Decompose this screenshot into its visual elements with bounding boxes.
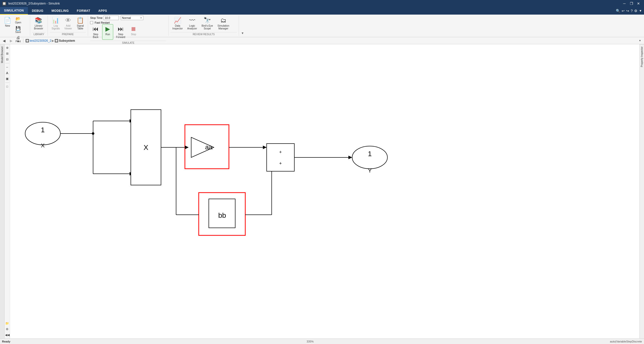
library-icon: 📚 xyxy=(35,17,42,24)
signal-table-icon: 📋 xyxy=(76,17,84,24)
title-controls: ─ ❐ ✕ xyxy=(621,1,642,6)
step-forward-button[interactable]: ⏭ Step Forward xyxy=(114,24,127,40)
sum-plus2: + xyxy=(279,161,282,166)
minimize-button[interactable]: ─ xyxy=(621,1,628,6)
property-inspector-tab[interactable]: Property Inspector xyxy=(640,44,644,69)
open-button[interactable]: 📂 Open xyxy=(14,16,23,25)
fast-restart-checkbox[interactable] xyxy=(90,21,93,24)
model-browser-tab[interactable]: Model Browser xyxy=(0,44,4,65)
ribbon-file-section: 📄 New 📂 Open 💾 Save 🖨 Print FILE xyxy=(0,16,30,36)
left-toolbar: ⊕ ⊞ ⊟ ↔ A ▣ □ 📁 ⚙ ◀◀ xyxy=(5,44,10,338)
ribbon-help-icon[interactable]: ? xyxy=(631,9,633,13)
pan-button[interactable]: ↔ xyxy=(5,65,10,70)
statusbar: Ready 335% auto(VariableStepDiscrete xyxy=(0,338,644,344)
signal-table-button[interactable]: 📋 Signal Table xyxy=(75,16,86,31)
solver-text: auto(VariableStepDiscrete xyxy=(610,340,642,343)
sum-block[interactable] xyxy=(267,144,294,171)
arrow-to-sum-top xyxy=(263,146,267,149)
ribbon: 📄 New 📂 Open 💾 Save 🖨 Print FILE xyxy=(0,15,644,37)
text-button[interactable]: A xyxy=(5,70,10,75)
breadcrumb-model[interactable]: test20230926_2 xyxy=(30,39,51,42)
review-section-label: REVIEW RESULTS xyxy=(171,32,237,36)
save-icon: 💾 xyxy=(16,26,21,31)
title-text: test20230926_2/Subsystem - Simulink xyxy=(8,2,621,5)
menu-apps[interactable]: APPS xyxy=(94,7,111,15)
breadcrumb-sep1: ▶ xyxy=(52,39,54,42)
restore-button[interactable]: ❐ xyxy=(628,1,635,6)
sum-plus1: + xyxy=(279,150,282,155)
ribbon-review-section: 📈 Data Inspector 〰 Logic Analyzer 🔭 Bird… xyxy=(169,16,239,36)
logic-analyzer-icon: 〰 xyxy=(189,17,195,24)
aa-block-label: aa xyxy=(205,143,213,151)
bottom-btn2[interactable]: ⚙ xyxy=(5,327,10,332)
stop-time-label: Stop Time xyxy=(90,16,103,19)
run-icon: ▶ xyxy=(105,25,110,32)
ribbon-expand-icon[interactable]: ▼ xyxy=(239,31,246,35)
ribbon-redo-icon[interactable]: ↪ xyxy=(626,9,629,13)
up-button[interactable]: ▲ xyxy=(15,38,21,44)
simulink-canvas[interactable]: 1 X X aa xyxy=(10,44,639,338)
ribbon-undo-icon[interactable]: ↩ xyxy=(622,9,625,13)
normal-select[interactable]: Normal ▼ xyxy=(121,16,143,20)
arrow-to-y xyxy=(348,156,352,159)
window-icon: 🔲 xyxy=(2,2,6,6)
sim-manager-button[interactable]: 🗂 Simulation Manager xyxy=(216,16,231,31)
collapse-btn[interactable]: ◀◀ xyxy=(5,332,10,337)
zoom-in-button[interactable]: ⊞ xyxy=(5,51,10,56)
ribbon-settings-icon[interactable]: ⚙ xyxy=(634,9,637,13)
addressbar-expand-icon[interactable]: ▼ xyxy=(637,38,643,44)
y-sink-label: Y xyxy=(368,167,372,174)
status-text: Ready xyxy=(2,340,10,343)
x-source-label: X xyxy=(41,142,45,149)
toolbar-sep1 xyxy=(5,63,9,63)
menubar: SIMULATION DEBUG MODELING FORMAT APPS 🔍 … xyxy=(0,7,644,15)
zoom-level: 335% xyxy=(307,340,314,343)
menu-format[interactable]: FORMAT xyxy=(73,7,94,15)
save-button[interactable]: 💾 Save xyxy=(14,25,23,34)
titlebar: 🔲 test20230926_2/Subsystem - Simulink ─ … xyxy=(0,0,644,7)
right-sidebar: Property Inspector xyxy=(639,44,644,338)
fast-restart-row: Fast Restart xyxy=(90,21,110,24)
stop-time-input[interactable] xyxy=(104,16,119,20)
log-signals-button[interactable]: 📊 Log Signals xyxy=(50,16,62,31)
add-viewer-button[interactable]: 👁 Add Viewer xyxy=(63,16,74,31)
step-back-button[interactable]: ⏮ Step Back xyxy=(90,24,101,40)
open-icon: 📂 xyxy=(16,16,21,21)
log-signals-icon: 📊 xyxy=(52,17,59,24)
breadcrumb-subsystem: Subsystem xyxy=(59,39,75,42)
ribbon-simulate-section: Stop Time Normal ▼ Fast Restart ⏮ Step B… xyxy=(88,16,169,36)
library-browser-button[interactable]: 📚 Library Browser xyxy=(32,16,45,31)
birds-eye-button[interactable]: 🔭 Bird's-Eye Scope xyxy=(200,16,215,31)
model-icon: 🔲 xyxy=(25,39,29,42)
library-section-label: LIBRARY xyxy=(32,32,46,36)
ribbon-library-section: 📚 Library Browser LIBRARY xyxy=(30,16,48,36)
new-icon: 📄 xyxy=(4,17,11,24)
close-button[interactable]: ✕ xyxy=(635,1,642,6)
stop-icon: ⏹ xyxy=(131,25,137,32)
breadcrumb: 🔲 test20230926_2 ▶ 🔲 Subsystem xyxy=(25,39,75,42)
forward-button[interactable]: ▶ xyxy=(8,38,14,44)
zoom-out-button[interactable]: ⊟ xyxy=(5,57,10,62)
logic-analyzer-button[interactable]: 〰 Logic Analyzer xyxy=(185,16,199,31)
image-button[interactable]: ▣ xyxy=(5,76,10,81)
menu-simulation[interactable]: SIMULATION xyxy=(0,7,28,15)
toolbar-sep2 xyxy=(5,82,9,83)
prepare-section-label: PREPARE xyxy=(50,32,86,36)
stop-button[interactable]: ⏹ Stop xyxy=(128,24,139,40)
birds-eye-icon: 🔭 xyxy=(204,17,211,24)
new-button[interactable]: 📄 New xyxy=(2,16,13,31)
run-button[interactable]: ▶ Run xyxy=(102,24,113,40)
menu-debug[interactable]: DEBUG xyxy=(28,7,48,15)
canvas-svg: 1 X X aa xyxy=(10,44,639,338)
ribbon-prepare-section: 📊 Log Signals 👁 Add Viewer 📋 Signal Tabl… xyxy=(48,16,88,36)
y-sink-value: 1 xyxy=(368,150,372,158)
data-inspector-button[interactable]: 📈 Data Inspector xyxy=(171,16,184,31)
zoom-fit-button[interactable]: ⊕ xyxy=(5,45,10,50)
ribbon-chevron-icon[interactable]: ▼ xyxy=(639,9,642,13)
menu-modeling[interactable]: MODELING xyxy=(48,7,73,15)
back-button[interactable]: ◀ xyxy=(1,38,7,44)
selector-button[interactable]: □ xyxy=(5,84,10,89)
x-block-label: X xyxy=(144,144,148,151)
step-back-icon: ⏮ xyxy=(93,25,99,32)
bottom-btn1[interactable]: 📁 xyxy=(5,321,10,326)
